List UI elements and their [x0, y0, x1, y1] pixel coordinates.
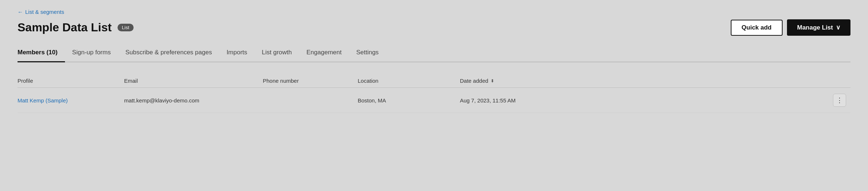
tab-subscribe-preferences-label: Subscribe & preferences pages — [125, 49, 212, 56]
list-type-badge: List — [118, 24, 134, 31]
tab-list-growth[interactable]: List growth — [254, 44, 299, 62]
column-email-label: Email — [124, 78, 138, 84]
sort-icon: ⬍ — [491, 78, 494, 83]
cell-date-added: Aug 7, 2023, 11:55 AM — [456, 97, 829, 104]
column-header-profile: Profile — [18, 78, 120, 84]
cell-email: matt.kemp@klaviyo-demo.com — [120, 97, 258, 104]
quick-add-button[interactable]: Quick add — [731, 20, 783, 36]
tab-subscribe-preferences[interactable]: Subscribe & preferences pages — [118, 44, 219, 62]
tab-settings-label: Settings — [356, 49, 379, 56]
column-date-added-label: Date added — [460, 78, 488, 84]
tab-signup-forms-label: Sign-up forms — [72, 49, 111, 56]
tab-list-growth-label: List growth — [262, 49, 292, 56]
tabs-row: Members (10) Sign-up forms Subscribe & p… — [18, 44, 850, 62]
header-row: Sample Data List List Quick add Manage L… — [18, 19, 850, 36]
tab-imports-label: Imports — [227, 49, 247, 56]
tab-engagement-label: Engagement — [307, 49, 342, 56]
tab-imports[interactable]: Imports — [219, 44, 255, 62]
table-header: Profile Email Phone number Location Date… — [18, 74, 850, 88]
header-right: Quick add Manage List ∨ — [731, 19, 850, 36]
manage-list-label: Manage List — [797, 24, 833, 31]
header-left: Sample Data List List — [18, 21, 134, 34]
cell-location: Boston, MA — [353, 97, 456, 104]
back-link[interactable]: ← List & segments — [18, 9, 64, 15]
column-location-label: Location — [358, 78, 379, 84]
page-title: Sample Data List — [18, 21, 112, 34]
column-phone-label: Phone number — [263, 78, 299, 84]
table-row: Matt Kemp (Sample) matt.kemp@klaviyo-dem… — [18, 88, 850, 113]
column-header-date-added[interactable]: Date added ⬍ — [456, 78, 829, 84]
tab-members-label: Members (10) — [18, 49, 58, 56]
page-wrapper: ← List & segments Sample Data List List … — [0, 0, 868, 191]
tab-engagement[interactable]: Engagement — [299, 44, 349, 62]
column-profile-label: Profile — [18, 78, 33, 84]
cell-actions: ⋮ — [829, 94, 850, 107]
tab-signup-forms[interactable]: Sign-up forms — [65, 44, 118, 62]
column-header-email: Email — [120, 78, 258, 84]
tab-settings[interactable]: Settings — [349, 44, 386, 62]
manage-list-button[interactable]: Manage List ∨ — [787, 19, 850, 36]
profile-link[interactable]: Matt Kemp (Sample) — [18, 97, 68, 104]
column-header-location: Location — [353, 78, 456, 84]
cell-profile: Matt Kemp (Sample) — [18, 97, 120, 104]
row-more-button[interactable]: ⋮ — [833, 94, 846, 107]
back-arrow-icon: ← — [18, 9, 23, 15]
column-header-actions — [829, 78, 850, 84]
chevron-down-icon: ∨ — [836, 24, 840, 31]
back-link-label: List & segments — [25, 9, 64, 15]
members-table: Profile Email Phone number Location Date… — [18, 74, 850, 113]
column-header-phone: Phone number — [258, 78, 353, 84]
tab-members[interactable]: Members (10) — [18, 44, 65, 62]
